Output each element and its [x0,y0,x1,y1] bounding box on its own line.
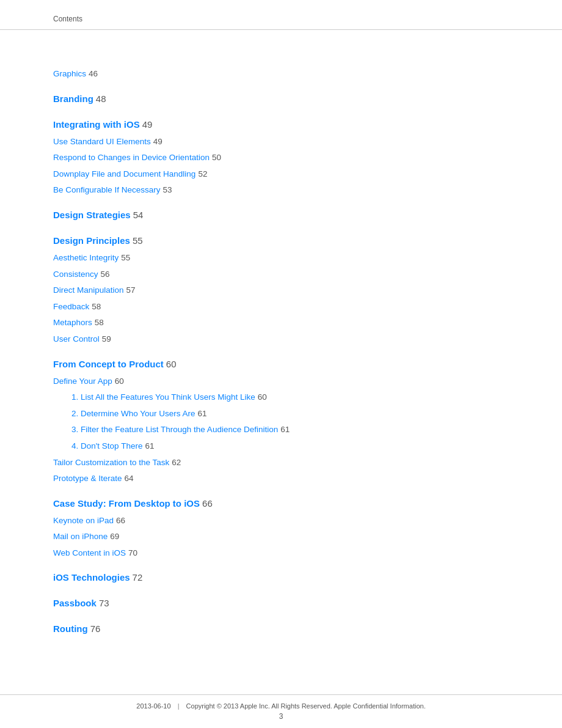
toc-section-graphics: Graphics46 [53,67,509,81]
toc-item-standard-ui-number: 49 [153,137,162,146]
page-header: Contents [0,0,562,30]
toc-item-standard-ui: Use Standard UI Elements49 [53,134,509,149]
toc-heading-design-strategies: Design Strategies54 [53,208,509,222]
toc-content: Graphics46 Branding48 Integrating with i… [0,30,562,696]
toc-section-integrating: Integrating with iOS49 Use Standard UI E… [53,117,509,197]
toc-subitem-list-features: 1. List All the Features You Think Users… [53,390,509,404]
toc-heading-concept-label[interactable]: From Concept to Product [53,359,164,369]
toc-subitem-dont-stop-number: 61 [145,441,154,450]
toc-item-graphics-label[interactable]: Graphics [53,69,86,78]
toc-item-feedback-label[interactable]: Feedback [53,302,89,311]
footer-info: 2013-06-10 | Copyright © 2013 Apple Inc.… [53,702,509,710]
toc-heading-integrating-number: 49 [142,119,153,130]
toc-heading-passbook-label[interactable]: Passbook [53,598,97,608]
toc-item-tailor-number: 62 [172,458,181,467]
toc-item-aesthetic-label[interactable]: Aesthetic Integrity [53,253,119,262]
toc-item-feedback: Feedback58 [53,300,509,314]
footer-divider: | [178,702,180,710]
toc-item-device-orientation-number: 50 [212,153,221,162]
toc-item-prototype-label[interactable]: Prototype & Iterate [53,474,122,483]
toc-heading-integrating: Integrating with iOS49 [53,117,509,132]
toc-heading-passbook-number: 73 [99,598,109,608]
toc-heading-branding-label[interactable]: Branding [53,94,93,104]
toc-item-downplay-file-label[interactable]: Downplay File and Document Handling [53,169,195,178]
toc-item-metaphors: Metaphors58 [53,315,509,329]
toc-section-concept: From Concept to Product60 Define Your Ap… [53,357,509,485]
toc-item-graphics-number: 46 [89,69,98,78]
toc-item-user-control-label[interactable]: User Control [53,334,100,344]
toc-heading-design-principles-label[interactable]: Design Principles [53,235,130,246]
toc-subitem-dont-stop: 4. Don't Stop There61 [53,439,509,453]
header-label: Contents [53,15,82,23]
toc-section-branding: Branding48 [53,92,509,106]
toc-item-mail-number: 69 [110,532,119,541]
toc-item-consistency-number: 56 [101,270,110,279]
toc-item-user-control-number: 59 [102,334,111,344]
toc-section-design-principles: Design Principles55 Aesthetic Integrity5… [53,233,509,346]
toc-item-define-app: Define Your App60 [53,374,509,388]
toc-item-keynote-number: 66 [116,516,125,525]
toc-heading-case-study-number: 66 [202,498,213,509]
toc-subitem-determine-users-number: 61 [198,409,207,418]
toc-item-prototype-number: 64 [125,474,134,483]
toc-heading-ios-tech-number: 72 [133,572,143,583]
footer-date: 2013-06-10 [136,702,170,710]
toc-item-direct-manipulation-label[interactable]: Direct Manipulation [53,285,124,295]
toc-heading-passbook: Passbook73 [53,596,509,611]
toc-item-user-control: User Control59 [53,332,509,346]
toc-item-tailor-label[interactable]: Tailor Customization to the Task [53,458,169,467]
toc-item-tailor: Tailor Customization to the Task62 [53,455,509,469]
toc-subitem-filter-feature-label[interactable]: 3. Filter the Feature List Through the A… [53,425,278,434]
toc-subitem-filter-feature: 3. Filter the Feature List Through the A… [53,422,509,436]
toc-item-web-content-number: 70 [128,548,137,557]
toc-item-standard-ui-label[interactable]: Use Standard UI Elements [53,137,151,146]
toc-entry-graphics: Graphics46 [53,67,509,81]
toc-heading-branding-number: 48 [96,94,106,104]
toc-section-design-strategies: Design Strategies54 [53,208,509,222]
toc-section-passbook: Passbook73 [53,596,509,611]
toc-item-direct-manipulation: Direct Manipulation57 [53,283,509,297]
toc-item-aesthetic: Aesthetic Integrity55 [53,251,509,265]
toc-heading-ios-tech: iOS Technologies72 [53,570,509,585]
toc-heading-ios-tech-label[interactable]: iOS Technologies [53,572,130,583]
toc-item-configurable: Be Configurable If Necessary53 [53,183,509,197]
toc-item-configurable-number: 53 [163,185,172,194]
toc-heading-design-principles: Design Principles55 [53,233,509,248]
toc-item-metaphors-label[interactable]: Metaphors [53,318,92,327]
toc-item-prototype: Prototype & Iterate64 [53,471,509,485]
toc-subitem-list-features-label[interactable]: 1. List All the Features You Think Users… [53,392,255,402]
toc-item-device-orientation: Respond to Changes in Device Orientation… [53,150,509,164]
toc-subitem-dont-stop-label[interactable]: 4. Don't Stop There [53,441,142,450]
toc-heading-routing-label[interactable]: Routing [53,623,88,634]
toc-item-downplay-file: Downplay File and Document Handling52 [53,167,509,181]
toc-item-consistency-label[interactable]: Consistency [53,270,98,279]
toc-item-configurable-label[interactable]: Be Configurable If Necessary [53,185,161,194]
toc-subitem-filter-feature-number: 61 [280,425,290,434]
toc-heading-design-principles-number: 55 [133,235,143,246]
toc-section-routing: Routing76 [53,622,509,636]
toc-heading-case-study-label[interactable]: Case Study: From Desktop to iOS [53,498,200,509]
toc-heading-concept-number: 60 [166,359,177,369]
toc-subitem-determine-users-label[interactable]: 2. Determine Who Your Users Are [53,409,195,418]
toc-item-aesthetic-number: 55 [121,253,130,262]
toc-heading-design-strategies-number: 54 [133,210,144,220]
toc-heading-case-study: Case Study: From Desktop to iOS66 [53,496,509,511]
toc-item-web-content-label[interactable]: Web Content in iOS [53,548,126,557]
toc-item-metaphors-number: 58 [95,318,104,327]
toc-heading-design-strategies-label[interactable]: Design Strategies [53,210,131,220]
toc-item-keynote: Keynote on iPad66 [53,513,509,528]
footer-page-number: 3 [53,712,509,721]
toc-heading-integrating-label[interactable]: Integrating with iOS [53,119,140,130]
toc-item-define-app-label[interactable]: Define Your App [53,377,112,386]
toc-item-direct-manipulation-number: 57 [126,285,136,295]
toc-item-keynote-label[interactable]: Keynote on iPad [53,516,114,525]
toc-subitem-list-features-number: 60 [258,392,267,402]
toc-item-feedback-number: 58 [92,302,101,311]
toc-section-case-study: Case Study: From Desktop to iOS66 Keynot… [53,496,509,560]
toc-item-device-orientation-label[interactable]: Respond to Changes in Device Orientation [53,153,210,162]
toc-section-ios-tech: iOS Technologies72 [53,570,509,585]
toc-item-mail: Mail on iPhone69 [53,529,509,543]
page: Contents Graphics46 Branding48 Integrati… [0,0,562,728]
toc-item-mail-label[interactable]: Mail on iPhone [53,532,108,541]
footer-copyright: Copyright © 2013 Apple Inc. All Rights R… [186,702,426,710]
